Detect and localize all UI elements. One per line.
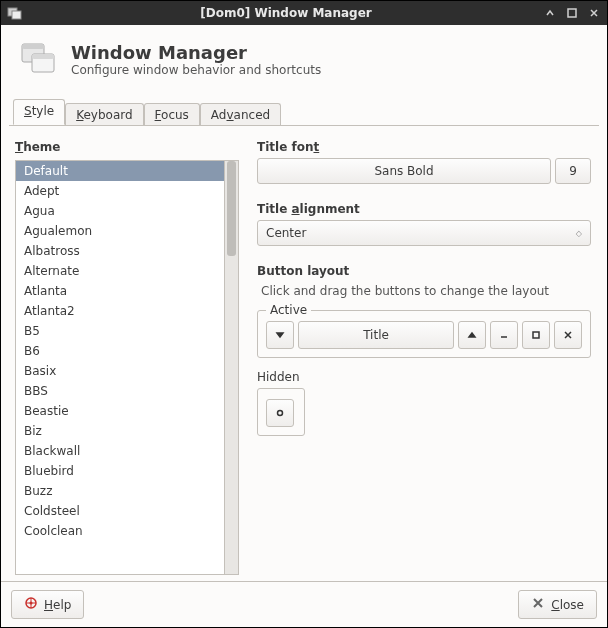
theme-item[interactable]: Coldsteel <box>16 501 224 521</box>
tab-keyboard[interactable]: Keyboard <box>65 103 143 126</box>
theme-item[interactable]: Bluebird <box>16 461 224 481</box>
active-layout-group: Active Title <box>257 310 591 358</box>
svg-rect-2 <box>568 9 576 17</box>
roll-up-button[interactable] <box>543 6 557 20</box>
theme-item[interactable]: BBS <box>16 381 224 401</box>
theme-item[interactable]: Coolclean <box>16 521 224 541</box>
tab-advanced[interactable]: Advanced <box>200 103 281 126</box>
theme-item[interactable]: Alternate <box>16 261 224 281</box>
maximize-button-token[interactable] <box>522 321 550 349</box>
theme-item[interactable]: Agua <box>16 201 224 221</box>
chevron-down-icon: ◇ <box>576 229 582 238</box>
hidden-legend: Hidden <box>257 370 591 384</box>
theme-item[interactable]: Atlanta2 <box>16 301 224 321</box>
svg-rect-8 <box>533 332 539 338</box>
tab-focus[interactable]: Focus <box>144 103 200 126</box>
font-size-spinner[interactable]: 9 <box>555 158 591 184</box>
theme-item[interactable]: B6 <box>16 341 224 361</box>
svg-rect-1 <box>12 11 21 19</box>
help-button[interactable]: Help <box>11 590 84 619</box>
theme-item[interactable]: B5 <box>16 321 224 341</box>
scrollbar[interactable] <box>224 161 238 574</box>
theme-item[interactable]: Agualemon <box>16 221 224 241</box>
title-font-label: Title font <box>257 140 591 154</box>
help-icon <box>24 596 38 613</box>
font-button[interactable]: Sans Bold <box>257 158 551 184</box>
scrollbar-thumb[interactable] <box>227 161 236 256</box>
theme-item[interactable]: Albatross <box>16 241 224 261</box>
title-token[interactable]: Title <box>298 321 454 349</box>
svg-point-9 <box>278 411 283 416</box>
window-title: [Dom0] Window Manager <box>29 6 543 20</box>
stick-button-token[interactable] <box>266 399 294 427</box>
theme-item[interactable]: Atlanta <box>16 281 224 301</box>
button-layout-label: Button layout <box>257 264 591 278</box>
close-icon <box>531 596 545 613</box>
button-layout-hint: Click and drag the buttons to change the… <box>257 282 591 304</box>
theme-item[interactable]: Buzz <box>16 481 224 501</box>
theme-item[interactable]: Beastie <box>16 401 224 421</box>
svg-rect-6 <box>32 54 54 59</box>
minimize-button-token[interactable] <box>490 321 518 349</box>
tab-style[interactable]: Style <box>13 99 65 125</box>
menu-button-token[interactable] <box>266 321 294 349</box>
shade-button-token[interactable] <box>458 321 486 349</box>
page-title: Window Manager <box>71 42 321 63</box>
theme-item[interactable]: Blackwall <box>16 441 224 461</box>
window-manager-icon <box>19 39 59 79</box>
theme-item[interactable]: Biz <box>16 421 224 441</box>
titlebar[interactable]: [Dom0] Window Manager <box>1 1 607 25</box>
alignment-combo[interactable]: Center ◇ <box>257 220 591 246</box>
maximize-button[interactable] <box>565 6 579 20</box>
theme-item[interactable]: Default <box>16 161 224 181</box>
close-dialog-button[interactable]: Close <box>518 590 597 619</box>
close-button-token[interactable] <box>554 321 582 349</box>
theme-item[interactable]: Basix <box>16 361 224 381</box>
theme-label: Theme <box>15 140 239 154</box>
close-button[interactable] <box>587 6 601 20</box>
svg-rect-4 <box>22 44 44 49</box>
window-icon <box>7 5 23 21</box>
page-subtitle: Configure window behavior and shortcuts <box>71 63 321 77</box>
theme-list[interactable]: DefaultAdeptAguaAgualemonAlbatrossAltern… <box>16 161 224 574</box>
theme-item[interactable]: Adept <box>16 181 224 201</box>
title-alignment-label: Title alignment <box>257 202 591 216</box>
dialog-header: Window Manager Configure window behavior… <box>1 25 607 99</box>
tabbar: StyleKeyboardFocusAdvanced <box>1 99 607 125</box>
